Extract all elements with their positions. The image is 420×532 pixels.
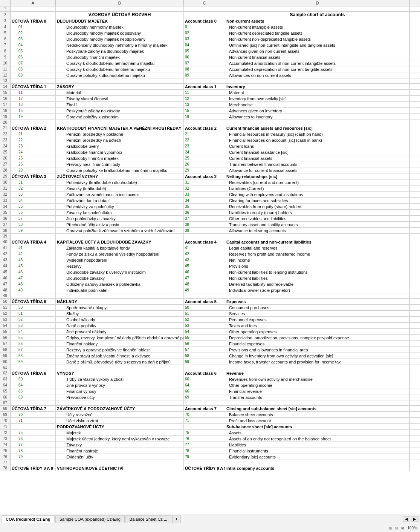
cell-a: 06 — [11, 54, 56, 60]
cell-c: Account class 2 — [184, 125, 225, 131]
cell-d: Clearing with employees and institutions — [225, 192, 410, 197]
row-number: 9 — [0, 54, 11, 60]
cell-b: Poskytnuté zálohy na zásoby — [56, 108, 184, 113]
row-number: 56 — [0, 335, 11, 340]
row-number: 12 — [0, 72, 11, 78]
tab-coa-required[interactable]: COA (required) Cz Eng — [2, 515, 55, 523]
cell-b: Změny stavu zásob vlastní činnosti a akt… — [56, 353, 184, 359]
table-row: 2322Peněžní prostředky na účtech22Financ… — [0, 137, 420, 143]
cell-b: Krátkodobé finanční výpomoci — [56, 149, 184, 155]
cell-b: Rezervy a opravné položky ve finanční ob… — [56, 347, 184, 353]
cell-d: Clearing for taxes and subsidies — [225, 198, 410, 203]
table-row: 49 — [0, 293, 420, 299]
cell-a: 48 — [11, 281, 56, 287]
cell-a: 55 — [11, 335, 56, 340]
row-number: 7 — [0, 42, 11, 48]
cell-d — [225, 234, 410, 239]
cell-c: 35 — [184, 204, 225, 209]
cell-a — [11, 424, 56, 429]
cell-c: 33 — [184, 192, 225, 197]
table-row: 7376Majetek účetní jednotky, který není … — [0, 436, 420, 442]
row-number: 65 — [0, 388, 11, 394]
cell-b: Zúčtování daní a dotací — [56, 198, 184, 203]
table-row: 1007Oprávky k dlouhodobému nehmotnému ma… — [0, 60, 420, 66]
row-number: 34 — [0, 204, 11, 209]
row-number: 60 — [0, 359, 11, 365]
cell-a — [11, 6, 56, 11]
cell-d — [225, 365, 410, 370]
row-number: 27 — [0, 161, 11, 167]
tab-balance-sheet[interactable]: Balance Sheet Cz ... — [125, 515, 171, 523]
tab-scroll-left[interactable]: ◀ — [403, 516, 410, 522]
row-number: 71 — [0, 424, 11, 429]
cell-a: 24 — [11, 149, 56, 155]
cell-d: Balance sheet accounts — [225, 412, 410, 417]
cell-b: Pohledávky za společníky — [56, 204, 184, 209]
table-row: 1 — [0, 6, 420, 12]
cell-c — [184, 78, 225, 83]
cell-c: 01 — [184, 24, 225, 30]
cell-c: ÚČTOVÉ TŘÍDY 8 A 9 — [184, 465, 225, 471]
cell-a: 56 — [11, 341, 56, 346]
col-header-d: D — [225, 0, 410, 6]
tab-scroll-right[interactable]: ▶ — [411, 516, 418, 522]
col-header-c: C — [184, 0, 225, 6]
table-row: 67 — [0, 400, 420, 406]
row-number: 50 — [0, 299, 11, 304]
cell-b — [56, 293, 184, 298]
cell-c: 54 — [184, 329, 225, 334]
cell-b: Účet zisku a ztrát — [56, 418, 184, 423]
cell-b: ZÁVĚRKOVÉ A PODROZVAHOVÉ ÚČTY — [56, 406, 184, 411]
cell-c: 59 — [184, 359, 225, 365]
cell-b: Oprávky k dlouhodobému nehmotnému majetk… — [56, 60, 184, 66]
cell-a: 03 — [11, 36, 56, 42]
cell-a — [11, 460, 56, 465]
cell-a: 11 — [11, 90, 56, 95]
cell-d: Current financial assistance [sic] — [225, 149, 410, 155]
zoom-level: 100% — [407, 526, 417, 530]
cell-b — [56, 6, 184, 11]
row-number: 16 — [0, 96, 11, 101]
cell-d: Financial resources in treasury [sic] (c… — [225, 131, 410, 137]
cell-c: 39 — [184, 228, 225, 233]
row-number: 54 — [0, 323, 11, 328]
col-header-b: B — [56, 0, 184, 6]
cell-c: 69 — [184, 394, 225, 400]
cell-b: Pohledávky (krátkodobé i dlouhodobé) — [56, 179, 184, 185]
cell-b: KAPITÁLOVÉ ÚČTY A DLOUHODOBÉ ZÁVAZKY — [56, 239, 184, 245]
cell-c — [184, 400, 225, 405]
cell-a: 54 — [11, 329, 56, 334]
cell-b: Tržby za vlastní výkony a zboží — [56, 376, 184, 382]
cell-c: 47 — [184, 275, 225, 281]
spreadsheet: A B C D 12VZOROVÝ ÚČTOVÝ ROZVRHSample ch… — [0, 0, 420, 532]
tab-sample-coa[interactable]: Sample COA (expanded) Cz-Eng — [55, 515, 125, 523]
cell-d: Liabilities (Current) — [225, 186, 410, 191]
cell-c: Account class 1 — [184, 84, 225, 89]
table-row: 6566Finanční výnosy66Financial revenue — [0, 388, 420, 394]
tab-add-button[interactable]: + — [172, 515, 181, 523]
cell-a: 64 — [11, 382, 56, 388]
cell-d: Assets of an entity not recognized on th… — [225, 436, 410, 442]
cell-b: Závazky ke společníkům — [56, 210, 184, 215]
cell-c: 79 — [184, 454, 225, 460]
cell-c — [184, 12, 225, 18]
cell-b — [56, 400, 184, 405]
cell-c: Account class 4 — [184, 239, 225, 245]
table-row: 3435Pohledávky za společníky35Receivable… — [0, 204, 420, 210]
cell-b: Oprávky k dlouhodobému hmotnému majetku — [56, 66, 184, 72]
row-number: 52 — [0, 311, 11, 316]
cell-c: 56 — [184, 341, 225, 346]
cell-a: 21 — [11, 131, 56, 137]
table-row: 1713Zboží13Merchandise — [0, 102, 420, 108]
cell-a: 12 — [11, 96, 56, 101]
cell-a: 32 — [11, 186, 56, 191]
cell-c: Account class 0 — [184, 18, 225, 24]
cell-d: Non-current non-depreciated tangible ass… — [225, 36, 410, 42]
cell-a: 15 — [11, 108, 56, 113]
cell-c: 37 — [184, 216, 225, 221]
row-number: 40 — [0, 239, 11, 245]
row-number: 31 — [0, 186, 11, 191]
cell-d: Material — [225, 90, 410, 95]
cell-a: 45 — [11, 263, 56, 269]
table-row: 5554Jiné provozní náklady54Other operati… — [0, 329, 420, 335]
